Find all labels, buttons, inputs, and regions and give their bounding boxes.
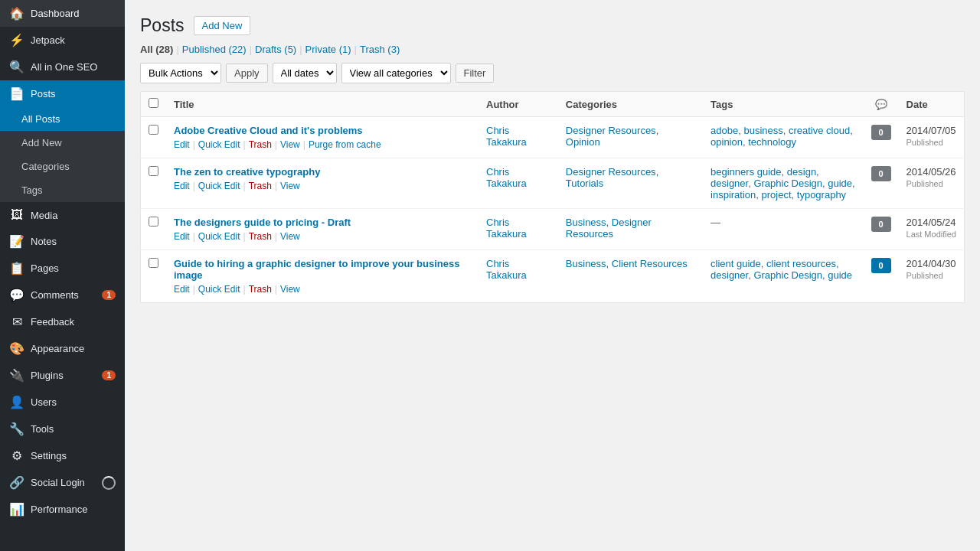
sidebar-label-dashboard: Dashboard [31,8,116,19]
categories-cell-0: Designer Resources, Opinion [558,117,703,158]
filter-tab-published[interactable]: Published (22) [182,44,247,55]
post-status-0: Published [906,138,943,147]
categories-select[interactable]: View all categories [341,63,451,83]
apply-button[interactable]: Apply [226,64,268,83]
row-action-quick-edit[interactable]: Quick Edit [198,139,240,150]
sidebar-label-settings: Settings [31,450,116,461]
row-checkbox-0[interactable] [149,125,158,135]
row-action-quick-edit[interactable]: Quick Edit [198,284,240,295]
author-link-1[interactable]: Chris Takakura [486,166,527,189]
sidebar-label-notes: Notes [31,236,116,247]
sidebar-label-posts: Posts [31,88,116,99]
filter-button[interactable]: Filter [456,64,495,83]
post-title-1[interactable]: The zen to creative typography [174,166,471,178]
row-action-view[interactable]: View [280,181,300,191]
sidebar-item-performance[interactable]: 📊Performance [0,496,125,523]
sidebar-item-all-in-one-seo[interactable]: 🔍All in One SEO [0,54,125,80]
tag-3-4[interactable]: guide [828,269,852,281]
tag-0-4[interactable]: technology [748,136,796,148]
sidebar-item-appearance[interactable]: 🎨Appearance [0,335,125,362]
sidebar-subitem-all-posts[interactable]: All Posts [0,107,125,131]
tag-1-0[interactable]: beginners guide [710,166,782,178]
tag-0-1[interactable]: business [743,125,782,136]
filter-tab-trash[interactable]: Trash (3) [360,44,400,55]
row-checkbox-1[interactable] [149,166,158,176]
sidebar-item-dashboard[interactable]: 🏠Dashboard [0,0,125,27]
author-link-0[interactable]: Chris Takakura [486,125,527,148]
row-checkbox-3[interactable] [149,258,158,268]
tag-1-5[interactable]: inspiration [710,189,756,201]
row-action-trash[interactable]: Trash [249,284,272,295]
tag-1-3[interactable]: Graphic Design [753,178,822,189]
author-link-3[interactable]: Chris Takakura [486,258,527,281]
add-new-button[interactable]: Add New [194,16,251,35]
category-3-1[interactable]: Client Resources [612,258,688,269]
row-action-trash[interactable]: Trash [249,139,272,150]
row-action-trash[interactable]: Trash [249,231,272,242]
category-3-0[interactable]: Business [566,258,606,269]
sidebar-item-tools[interactable]: 🔧Tools [0,416,125,442]
bulk-actions-select[interactable]: Bulk Actions [140,63,221,83]
sidebar-subitem-add-new[interactable]: Add New [0,131,125,155]
sidebar-item-notes[interactable]: 📝Notes [0,228,125,255]
post-title-3[interactable]: Guide to hiring a graphic designer to im… [174,258,471,281]
sidebar-item-pages[interactable]: 📋Pages [0,255,125,282]
row-action-trash[interactable]: Trash [249,181,272,191]
row-actions: Edit | Quick Edit | Trash | View [174,181,471,191]
filter-tab-all[interactable]: All (28) [140,44,173,55]
tag-1-6[interactable]: project [762,189,792,201]
row-action-view[interactable]: View [280,284,300,295]
post-status-1: Published [906,179,943,188]
sidebar-item-users[interactable]: 👤Users [0,389,125,416]
row-checkbox-2[interactable] [149,217,158,227]
tag-3-0[interactable]: client guide [710,258,761,269]
post-title-2[interactable]: The designers guide to pricing - Draft [174,217,471,228]
sidebar-item-plugins[interactable]: 🔌Plugins1 [0,362,125,389]
row-action-view[interactable]: View [280,139,300,150]
category-1-0[interactable]: Designer Resources [566,166,656,178]
filter-tab-private[interactable]: Private (1) [305,44,351,55]
sidebar-item-feedback[interactable]: ✉Feedback [0,308,125,335]
tag-3-3[interactable]: Graphic Design [753,269,822,281]
category-0-0[interactable]: Designer Resources [566,125,656,136]
row-action-edit[interactable]: Edit [174,139,190,150]
posts-table: Title Author Categories Tags 💬 Date Adob… [140,91,965,303]
category-1-1[interactable]: Tutorials [566,178,603,189]
row-action-purge-from-cache[interactable]: Purge from cache [309,139,381,150]
sidebar-item-social-login[interactable]: 🔗Social Login [0,469,125,496]
col-categories: Categories [558,92,703,117]
row-action-quick-edit[interactable]: Quick Edit [198,231,240,242]
comment-count-3[interactable]: 0 [871,258,891,273]
row-action-edit[interactable]: Edit [174,284,190,295]
category-0-1[interactable]: Opinion [566,136,600,148]
post-title-0[interactable]: Adobe Creative Cloud and it's problems [174,125,471,136]
sidebar-subitem-categories[interactable]: Categories [0,155,125,178]
row-action-view[interactable]: View [280,231,300,242]
sidebar-item-posts[interactable]: 📄Posts [0,80,125,107]
tag-1-1[interactable]: design [787,166,816,178]
sidebar-item-settings[interactable]: ⚙Settings [0,442,125,469]
sidebar-item-media[interactable]: 🖼Media [0,202,125,228]
row-action-quick-edit[interactable]: Quick Edit [198,181,240,191]
tag-3-1[interactable]: client resources [766,258,836,269]
comments-cell-1: 0 [864,158,899,209]
sidebar-label-plugins: Plugins [31,370,96,381]
tag-0-0[interactable]: adobe [710,125,738,136]
sidebar-subitem-tags[interactable]: Tags [0,178,125,202]
row-action-edit[interactable]: Edit [174,231,190,242]
category-2-0[interactable]: Business [566,217,606,228]
row-action-edit[interactable]: Edit [174,181,190,191]
sidebar-item-jetpack[interactable]: ⚡Jetpack [0,27,125,54]
tag-1-7[interactable]: typography [797,189,846,201]
select-all-checkbox[interactable] [149,98,158,108]
tag-0-2[interactable]: creative cloud [789,125,850,136]
sidebar-label-feedback: Feedback [31,316,116,328]
tag-1-2[interactable]: designer [710,178,748,189]
author-link-2[interactable]: Chris Takakura [486,217,527,240]
sidebar-item-comments[interactable]: 💬Comments1 [0,282,125,308]
tag-3-2[interactable]: designer [710,269,748,281]
tag-1-4[interactable]: guide [828,178,852,189]
filter-tab-drafts[interactable]: Drafts (5) [255,44,296,55]
dates-select[interactable]: All dates [273,63,337,83]
tag-0-3[interactable]: opinion [710,136,743,148]
